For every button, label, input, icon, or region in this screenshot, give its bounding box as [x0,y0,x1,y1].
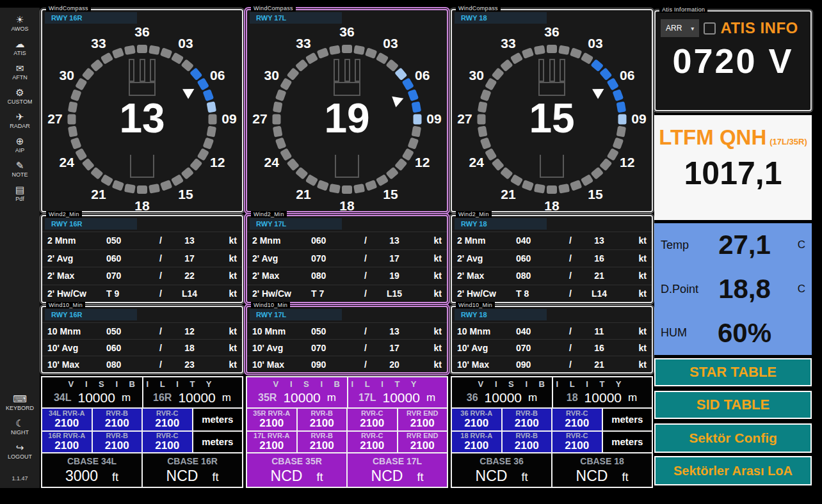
sidebar-item-night[interactable]: ☾NIGHT [0,418,40,436]
sidebar-item-aip[interactable]: ⊕AIP [0,136,40,154]
wind-compass-frame[interactable]: WindCompass RWY 18 360306091215182124273… [451,9,653,212]
visibility-cell: 34L10000m [42,388,142,407]
wind-cell: L15 [369,288,420,299]
visibility-value: 10000 [178,390,215,406]
compass-segment [534,184,545,194]
wind-cell: kt [215,343,237,353]
compass-segment [485,77,497,90]
compass-tick-label: 21 [296,187,310,202]
rvr-value: 2100 [464,418,488,429]
runway-bar [560,59,565,82]
sidebar-item-keybord[interactable]: ⌨KEYBORD [0,393,40,412]
wind-cell: 060 [106,253,157,264]
runway-bar [344,59,350,82]
wind-cell: kt [625,326,647,336]
wind-compass-dial: 36030609121518212427303313 [42,10,242,211]
wind-cell: 2' Avg [252,253,311,264]
visibility-unit: m [327,391,336,404]
wind-row: 2' Max070/22kt [42,267,242,285]
app-root: ☀AWOS☁ATIS✉AFTN⚙CUSTOM✈RADAR⊕AIP✎NOTE▤Pd… [0,0,822,504]
compass-segment [112,47,124,59]
compass-tick-label: 36 [544,24,559,40]
compass-segment [171,174,184,186]
sidebar-item-awos[interactable]: ☀AWOS [0,14,40,33]
wind-cell: 050 [311,326,362,336]
atis-mode-dropdown[interactable]: ARR ▾ [661,19,699,37]
sektor-config-button[interactable]: Sektör Config [654,423,812,453]
wind10-frame: Wind10_Min RWY 18 10 Mnm040/11kt10' Avg0… [451,306,653,374]
wind-cell: kt [625,235,647,246]
cbase-label: CBASE 16R [167,456,218,466]
sidebar-item-custom[interactable]: ⚙CUSTOM [0,87,40,106]
frame-legend: Atis Information [659,6,707,13]
wind-cell: kt [215,288,237,299]
cbase-cell: CBASE 36NCDft [452,453,551,487]
wind-cell: 2 Mnm [457,235,516,246]
compass-segment [599,158,612,171]
visibility-runway: 16R [153,392,172,404]
cbase-value: 3000 [65,468,98,485]
sidebar-item-note[interactable]: ✎NOTE [0,160,40,178]
sidebar-item-aftn[interactable]: ✉AFTN [0,63,40,81]
sidebar-item-label: Pdf [15,196,24,203]
cbase-unit: ft [112,471,118,484]
visibility-runway: 35R [258,392,277,404]
wind-cell: / [567,359,574,370]
sektorler-arasi-loa-button[interactable]: Sektörler Arası LoA [654,456,812,485]
wind-cell: L14 [574,288,625,299]
rvr-cell: 34L RVR-A2100 [42,409,92,430]
rvr-cell: 18 RVR-A2100 [452,432,501,452]
compass-segment [280,77,292,90]
compass-segment [317,180,329,191]
sidebar-item-label: AWOS [11,26,28,33]
wind-cell: 21 [574,271,625,281]
atis-info-checkbox[interactable] [704,22,716,35]
rvr-value: 2100 [259,418,284,429]
sid-table-button[interactable]: SID TABLE [654,391,812,419]
wind-compass-frame[interactable]: WindCompass RWY 17L 36030609121518212427… [246,9,448,212]
wind-cell: 23 [164,359,215,370]
star-table-button[interactable]: STAR TABLE [654,358,812,386]
compass-tick-label: 33 [501,36,515,51]
wind-compass-frame[interactable]: WindCompass RWY 16R 36030609121518212427… [41,9,243,212]
visibility-header: V I S I B I L I T Y3610000m1810000m [452,377,652,407]
cbase-unit: ft [622,471,628,484]
cbase-label: CBASE 17L [373,456,422,466]
compass-tick-label: 03 [383,36,398,51]
temp-unit: C [789,239,805,251]
frame-legend: Wind10_Min [251,302,290,308]
runway-label: RWY 17L [250,218,342,230]
runway-bar [355,59,360,82]
compass-tick-label: 18 [134,198,149,214]
rvr-value: 2100 [410,440,435,452]
sidebar-item-atis[interactable]: ☁ATIS [0,38,40,57]
rvr-value: meters [202,437,233,447]
runway-stem [129,82,156,96]
wind-cell: 080 [516,271,567,281]
wind-cell: 060 [516,253,567,264]
compass-segment [492,67,504,81]
wind-cell: 040 [516,235,567,246]
wind-cell: 070 [311,343,362,353]
chevron-down-icon: ▾ [691,25,694,32]
dewpoint-label: D.Point [661,283,700,296]
compass-segment [101,174,113,186]
wind-cell: 11 [574,326,625,336]
wind-cell: / [567,326,574,336]
compass-segment [342,45,352,53]
sidebar-item-pdf[interactable]: ▤Pdf [0,184,40,203]
note-pencil-icon: ✎ [16,160,24,171]
wind-cell: 060 [106,343,157,353]
sidebar-item-logout[interactable]: ↪LOGOUT [0,442,40,461]
sidebar-item-radar[interactable]: ✈RADAR [0,111,40,130]
compass-segment [590,167,604,180]
wind-cell: / [567,343,574,353]
wind-cell: kt [420,271,442,281]
rvr-value: meters [202,414,233,425]
frame-legend: Wind10_Min [456,302,495,308]
wind-cell: 10 Mnm [457,326,516,336]
compass-segment [181,167,194,180]
visibility-value: 10000 [78,390,115,406]
temp-row: Temp 27,1 C [654,223,812,267]
rvr-value: 2100 [464,440,488,452]
